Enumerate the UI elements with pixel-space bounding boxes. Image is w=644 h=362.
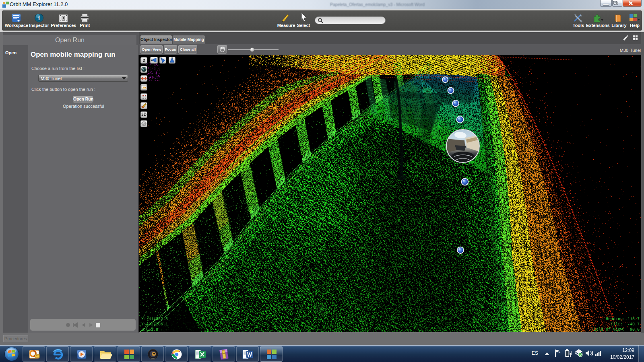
svg-text:i: i <box>38 15 40 21</box>
